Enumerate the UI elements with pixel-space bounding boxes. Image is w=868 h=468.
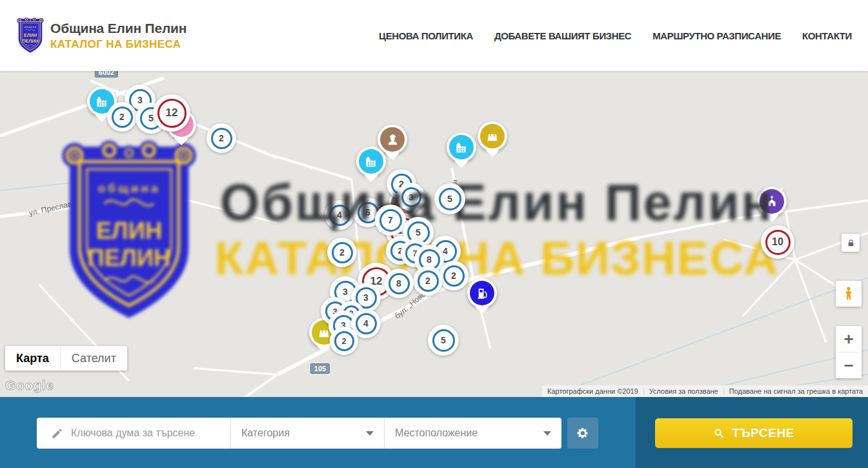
cluster-marker[interactable]: 2 xyxy=(439,261,469,290)
caret-down-icon xyxy=(366,431,374,436)
road-line xyxy=(351,179,363,284)
keyword-field xyxy=(37,418,230,449)
nav-add-business[interactable]: ДОБАВЕТЕ ВАШИЯТ БИЗНЕС xyxy=(494,30,631,41)
cluster-count: 2 xyxy=(418,270,439,292)
gear-icon xyxy=(576,427,589,440)
factory-icon xyxy=(359,149,383,174)
fuel-pin-marker[interactable] xyxy=(467,278,497,308)
search-fields: Категория Местоположение xyxy=(37,418,561,449)
pegman-icon xyxy=(841,286,856,301)
cluster-marker[interactable]: 2 xyxy=(330,327,358,355)
cluster-marker[interactable]: 8 xyxy=(384,269,414,298)
road-line xyxy=(168,194,278,224)
map-type-map-button[interactable]: Карта xyxy=(5,346,60,371)
road-line xyxy=(794,259,827,342)
watermark-crest xyxy=(54,137,204,325)
cluster-count: 2 xyxy=(443,265,465,287)
cluster-marker[interactable]: 2 xyxy=(107,102,137,132)
page: община ЕЛИН ПЕЛИН Община Елин Пелин КАТА… xyxy=(0,0,868,468)
cluster-count: 2 xyxy=(334,331,354,351)
cluster-marker[interactable]: 2 xyxy=(413,266,443,296)
main-nav: ЦЕНОВА ПОЛИТИКА ДОБАВЕТЕ ВАШИЯТ БИЗНЕС М… xyxy=(379,30,852,41)
road-number-badge: 105 xyxy=(310,363,330,374)
road-line xyxy=(0,194,168,218)
cluster-count: 5 xyxy=(432,329,455,352)
advanced-settings-button[interactable] xyxy=(567,418,598,449)
factory-icon xyxy=(449,135,474,159)
road-number-badge: 6002 xyxy=(95,71,118,77)
cluster-marker[interactable]: 7 xyxy=(375,205,406,236)
cluster-count: 2 xyxy=(112,107,133,128)
zoom-control: + − xyxy=(836,326,862,378)
municipality-crest-icon xyxy=(15,17,45,54)
nav-contacts[interactable]: КОНТАКТИ xyxy=(802,30,852,41)
search-icon xyxy=(713,427,725,439)
location-select-label: Местоположение xyxy=(395,427,478,439)
search-bar: Категория Местоположение ТЪРСЕНЕ xyxy=(0,397,868,468)
lock-button[interactable] xyxy=(842,234,860,252)
header: Община Елин Пелин КАТАЛОГ НА БИЗНЕСА ЦЕН… xyxy=(0,0,868,71)
google-logo[interactable]: Google xyxy=(5,378,54,393)
keyword-input[interactable] xyxy=(71,427,219,439)
site-title: Община Елин Пелин xyxy=(50,21,187,36)
watermark-subtitle: КАТАЛОГ НА БИЗНЕСА xyxy=(215,231,779,285)
cluster-count: 4 xyxy=(356,313,377,334)
cluster-count: 2 xyxy=(211,128,232,149)
bag-icon xyxy=(480,124,505,148)
map-type-control: Карта Сателит xyxy=(5,346,127,371)
cluster-marker[interactable]: 4 xyxy=(325,200,354,230)
cluster-count: 10 xyxy=(765,230,791,255)
search-submit-panel: ТЪРСЕНЕ xyxy=(636,397,868,468)
cluster-count: 3 xyxy=(401,187,421,207)
cluster-count: 7 xyxy=(379,209,402,232)
map-canvas[interactable]: ул. Преславбул. „Новоселциции6002105 Общ… xyxy=(0,71,868,397)
brand[interactable]: Община Елин Пелин КАТАЛОГ НА БИЗНЕСА xyxy=(15,17,187,54)
caret-down-icon xyxy=(543,431,551,436)
category-select-label: Категория xyxy=(241,427,290,439)
road-line xyxy=(270,154,352,181)
road-line xyxy=(639,215,749,239)
street-label: ул. Преслав xyxy=(28,199,73,218)
location-select[interactable]: Местоположение xyxy=(384,418,561,449)
worker-pin-marker[interactable] xyxy=(378,125,407,154)
site-subtitle: КАТАЛОГ НА БИЗНЕСА xyxy=(50,38,187,51)
factory-pin-marker[interactable] xyxy=(356,147,386,176)
cluster-count: 8 xyxy=(389,273,410,294)
cluster-count: 2 xyxy=(332,242,353,263)
attribution-copyright: Картографски данни ©2019 xyxy=(542,387,643,395)
cluster-marker[interactable]: 10 xyxy=(761,225,794,259)
zoom-in-button[interactable]: + xyxy=(836,326,862,352)
map-attribution: Картографски данни ©2019 Условия за полз… xyxy=(542,385,868,397)
attribution-report-link[interactable]: Подаване на сигнал за грешка в картата xyxy=(723,387,868,395)
factory-pin-marker[interactable] xyxy=(447,132,476,162)
worker-icon xyxy=(380,127,405,152)
road-line xyxy=(245,373,278,397)
church-pin-marker[interactable] xyxy=(757,187,787,216)
map-type-satellite-button[interactable]: Сателит xyxy=(60,346,127,371)
street-view-pegman-button[interactable] xyxy=(836,281,862,307)
search-button[interactable]: ТЪРСЕНЕ xyxy=(655,418,853,448)
cluster-count: 4 xyxy=(329,205,350,226)
zoom-out-button[interactable]: − xyxy=(836,352,862,378)
river-line xyxy=(549,277,868,397)
cluster-count: 12 xyxy=(157,99,187,128)
nav-pricing-policy[interactable]: ЦЕНОВА ПОЛИТИКА xyxy=(379,30,473,41)
church-icon xyxy=(760,189,784,214)
river-line xyxy=(0,172,165,191)
attribution-terms-link[interactable]: Условия за ползване xyxy=(643,387,723,395)
cluster-marker[interactable]: 2 xyxy=(327,238,357,267)
road-line xyxy=(194,367,278,376)
pencil-icon xyxy=(51,427,63,440)
category-select[interactable]: Категория xyxy=(230,418,384,449)
fuel-icon xyxy=(470,281,494,305)
bag-pin-marker[interactable] xyxy=(478,121,507,151)
nav-route-schedule[interactable]: МАРШРУТНО РАЗПИСАНИЕ xyxy=(652,30,781,41)
lock-icon xyxy=(846,238,856,248)
cluster-marker[interactable]: 5 xyxy=(428,325,459,356)
cluster-marker[interactable]: 3 xyxy=(397,183,425,211)
search-button-label: ТЪРСЕНЕ xyxy=(732,426,794,440)
cluster-marker[interactable]: 2 xyxy=(207,123,236,153)
cluster-marker[interactable]: 5 xyxy=(434,183,465,214)
watermark-title: Община Елин Пелин xyxy=(220,173,774,232)
cluster-marker[interactable]: 12 xyxy=(153,94,190,132)
